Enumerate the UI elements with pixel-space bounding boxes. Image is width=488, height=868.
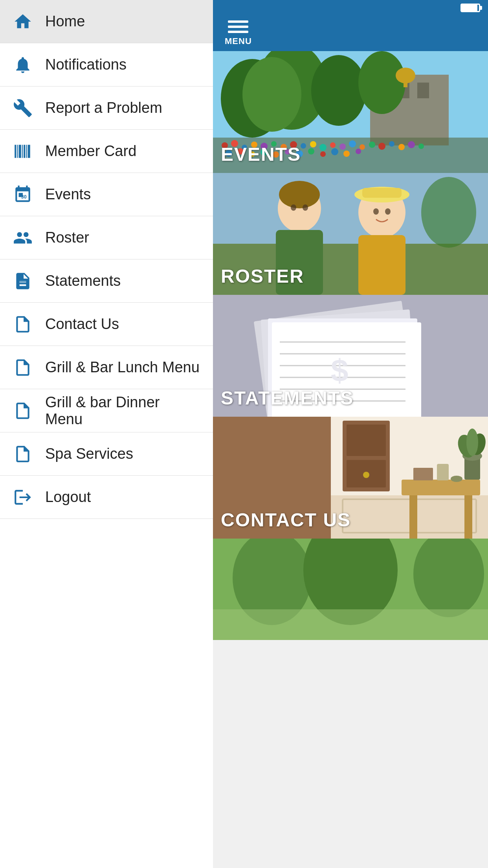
svg-rect-94: [437, 464, 449, 480]
tile-roster[interactable]: ROSTER: [213, 173, 488, 295]
statements-tile-label: STATEMENTS: [221, 387, 354, 409]
logout-icon: [12, 486, 33, 508]
sidebar-item-events[interactable]: 30 Events: [0, 173, 213, 216]
grill-lunch-icon: [12, 357, 33, 378]
svg-point-34: [360, 144, 365, 150]
svg-rect-5: [26, 145, 27, 158]
svg-rect-54: [404, 75, 407, 87]
sidebar-item-member-card[interactable]: Member Card: [0, 130, 213, 173]
svg-point-95: [451, 476, 462, 482]
contact-us-icon: [12, 313, 33, 335]
sidebar-item-roster[interactable]: Roster: [0, 216, 213, 259]
svg-rect-91: [409, 495, 417, 539]
report-label: Report a Problem: [45, 99, 162, 116]
battery-icon: [460, 4, 480, 12]
wrench-icon: [12, 97, 33, 119]
svg-rect-6: [28, 145, 30, 158]
svg-rect-1: [17, 145, 18, 158]
roster-label: Roster: [45, 229, 89, 246]
svg-point-50: [331, 148, 338, 155]
sidebar: Home Notifications Report a Problem: [0, 0, 213, 868]
svg-point-66: [373, 208, 379, 215]
svg-point-16: [311, 55, 366, 126]
contact-tile-label: CONTACT US: [221, 509, 351, 531]
svg-rect-13: [417, 83, 429, 98]
tile-statements[interactable]: $ STATEMENTS: [213, 295, 488, 417]
sidebar-item-grill-dinner[interactable]: Grill & bar Dinner Menu: [0, 389, 213, 432]
grill-lunch-label: Grill & Bar Lunch Menu: [45, 359, 200, 376]
events-tile-label: EVENTS: [221, 143, 301, 165]
grill-dinner-icon: [12, 400, 33, 421]
events-label: Events: [45, 186, 91, 203]
svg-point-29: [310, 141, 316, 147]
grill-dinner-label: Grill & bar Dinner Menu: [45, 394, 201, 428]
status-bar: [213, 0, 488, 16]
sidebar-item-spa[interactable]: Spa Services: [0, 432, 213, 476]
menu-button[interactable]: MENU: [225, 20, 252, 46]
svg-point-35: [369, 142, 375, 148]
svg-point-28: [301, 143, 306, 149]
svg-point-89: [363, 472, 369, 478]
statements-icon: [12, 270, 33, 292]
svg-point-36: [378, 143, 385, 150]
svg-point-40: [418, 143, 424, 149]
svg-rect-4: [24, 145, 25, 158]
svg-point-33: [349, 140, 356, 147]
svg-point-38: [398, 144, 405, 150]
sidebar-item-grill-lunch[interactable]: Grill & Bar Lunch Menu: [0, 346, 213, 389]
nav-list: Home Notifications Report a Problem: [0, 0, 213, 519]
svg-rect-68: [358, 235, 405, 295]
svg-rect-2: [18, 145, 21, 158]
content-area: EVENTS: [213, 51, 488, 868]
sidebar-item-statements[interactable]: Statements: [0, 259, 213, 303]
extra-bg: [213, 539, 488, 640]
sidebar-item-report[interactable]: Report a Problem: [0, 86, 213, 130]
svg-rect-93: [413, 468, 433, 480]
svg-rect-106: [213, 609, 488, 640]
sidebar-item-home[interactable]: Home: [0, 0, 213, 43]
menu-lines-icon: [228, 20, 248, 33]
svg-point-39: [408, 141, 415, 148]
svg-rect-90: [402, 480, 480, 495]
sidebar-item-notifications[interactable]: Notifications: [0, 43, 213, 86]
svg-rect-3: [22, 145, 22, 158]
svg-point-18: [242, 57, 301, 132]
svg-rect-87: [347, 425, 386, 456]
svg-point-17: [358, 51, 405, 114]
svg-point-37: [389, 141, 394, 147]
home-label: Home: [45, 13, 85, 30]
contact-us-label: Contact Us: [45, 316, 119, 333]
sidebar-item-contact-us[interactable]: Contact Us: [0, 303, 213, 346]
logout-label: Logout: [45, 489, 91, 506]
svg-rect-65: [362, 188, 402, 198]
svg-point-69: [421, 177, 476, 248]
tile-extra[interactable]: [213, 539, 488, 640]
svg-rect-0: [15, 145, 16, 158]
svg-rect-92: [464, 495, 472, 539]
svg-point-49: [320, 151, 326, 157]
home-icon: [12, 11, 33, 32]
svg-point-61: [303, 204, 308, 211]
tile-events[interactable]: EVENTS: [213, 51, 488, 173]
svg-point-31: [330, 142, 336, 148]
roster-icon: [12, 227, 33, 248]
barcode-icon: [12, 140, 33, 162]
tile-contact[interactable]: CONTACT US: [213, 417, 488, 539]
calendar-icon: 30: [12, 184, 33, 205]
svg-point-51: [343, 151, 350, 157]
spa-icon: [12, 443, 33, 465]
svg-point-52: [356, 149, 361, 154]
svg-point-30: [319, 144, 327, 151]
svg-point-32: [339, 143, 346, 150]
svg-point-60: [291, 204, 296, 211]
roster-tile-label: ROSTER: [221, 265, 304, 287]
statements-label: Statements: [45, 272, 121, 289]
svg-text:30: 30: [21, 194, 26, 200]
member-card-label: Member Card: [45, 143, 136, 160]
sidebar-item-logout[interactable]: Logout: [0, 476, 213, 519]
spa-label: Spa Services: [45, 445, 133, 462]
svg-point-100: [466, 428, 478, 456]
svg-point-67: [385, 208, 391, 215]
svg-point-48: [308, 148, 314, 154]
menu-label: MENU: [225, 36, 252, 46]
